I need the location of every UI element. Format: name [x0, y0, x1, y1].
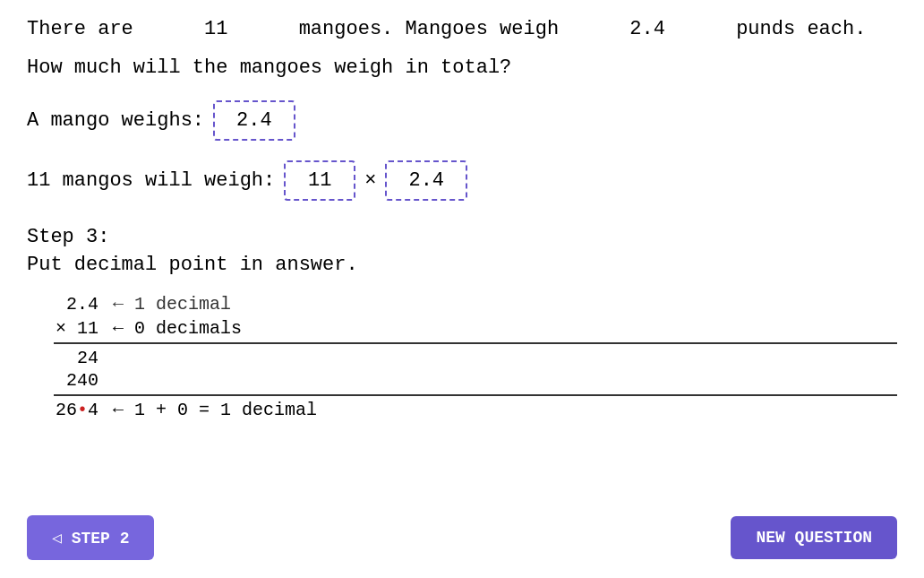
mango-weighs-row: A mango weighs: 2.4: [27, 100, 897, 141]
bottom-buttons: ◁ STEP 2 NEW QUESTION: [27, 515, 897, 560]
problem-unit: punds each.: [736, 18, 866, 40]
question-text: How much will the mangoes weigh in total…: [27, 56, 897, 79]
problem-mid: mangoes. Mangoes weigh: [299, 18, 559, 40]
calc-row1: 2.4 ← 1 decimal: [54, 294, 897, 315]
mango-weight-box: 2.4: [213, 100, 295, 141]
sub-result-2: 240: [54, 370, 897, 391]
calculation-block: 2.4 ← 1 decimal × 11 ← 0 decimals 24 240…: [54, 294, 897, 420]
new-question-button[interactable]: NEW QUESTION: [731, 516, 897, 559]
calc-row2-num: × 11: [54, 318, 98, 339]
mangos-weigh-label: 11 mangos will weigh:: [27, 169, 275, 192]
mangos-count-box: 11: [284, 160, 355, 201]
result-note: ← 1 + 0 = 1 decimal: [113, 400, 317, 420]
calc-row2: × 11 ← 0 decimals: [54, 318, 897, 344]
problem-there-are: There are: [27, 18, 133, 40]
final-result-num: 26•4: [54, 400, 98, 420]
mango-weighs-label: A mango weighs:: [27, 109, 204, 132]
calc-row2-note: ← 0 decimals: [113, 318, 242, 339]
problem-count: 11: [204, 18, 227, 40]
calc-row1-num: 2.4: [54, 294, 98, 315]
step2-button[interactable]: ◁ STEP 2: [27, 515, 154, 560]
final-result-line: 26•4 ← 1 + 0 = 1 decimal: [54, 394, 897, 420]
calc-row1-note: ← 1 decimal: [113, 294, 231, 315]
sub2-num: 240: [54, 370, 98, 391]
decimal-dot: •: [77, 400, 88, 420]
sub-result-1: 24: [54, 348, 897, 368]
problem-statement: There are 11 mangoes. Mangoes weigh 2.4 …: [27, 18, 897, 40]
times-symbol: ×: [364, 169, 376, 192]
problem-weight: 2.4: [629, 18, 665, 40]
step3-header: Step 3:: [27, 226, 897, 248]
sub1-num: 24: [54, 348, 98, 368]
step3-description: Put decimal point in answer.: [27, 254, 897, 276]
mangos-weight-box: 2.4: [385, 160, 467, 201]
mangos-weigh-row: 11 mangos will weigh: 11 × 2.4: [27, 160, 897, 201]
